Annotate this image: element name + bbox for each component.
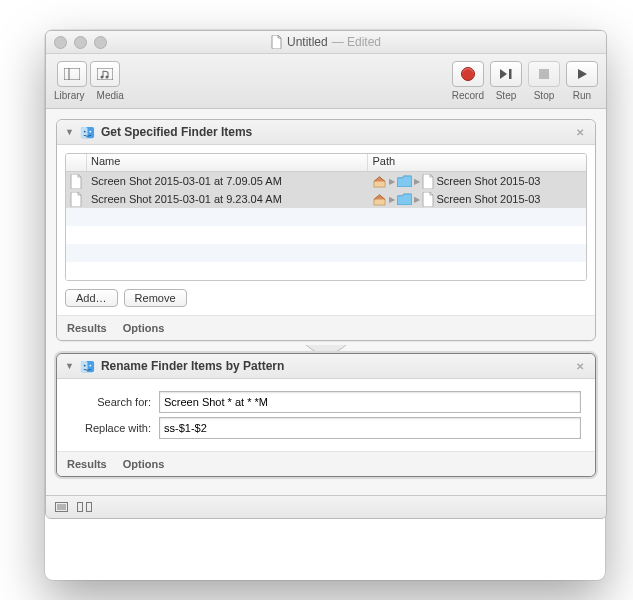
stop-button[interactable] (528, 61, 560, 87)
svg-rect-0 (64, 68, 80, 80)
results-tab[interactable]: Results (67, 458, 107, 470)
edited-label: — Edited (332, 35, 381, 49)
svg-point-14 (89, 364, 91, 366)
log-view-button[interactable] (54, 501, 69, 513)
library-label: Library (54, 90, 85, 101)
run-button[interactable] (566, 61, 598, 87)
table-row-empty (66, 244, 586, 262)
search-for-input[interactable] (159, 391, 581, 413)
folder-icon (397, 193, 412, 205)
svg-rect-6 (539, 69, 549, 79)
replace-with-input[interactable] (159, 417, 581, 439)
svg-point-4 (106, 76, 109, 79)
svg-point-13 (84, 364, 86, 366)
home-icon (372, 175, 387, 188)
svg-rect-20 (87, 503, 92, 512)
svg-rect-2 (97, 68, 113, 80)
col-path-header[interactable]: Path (368, 154, 586, 171)
finder-icon (80, 125, 95, 140)
col-name-header[interactable]: Name (87, 154, 368, 171)
stop-icon (538, 68, 550, 80)
table-row-empty (66, 226, 586, 244)
disclosure-triangle-icon[interactable]: ▼ (65, 361, 74, 371)
file-icon (422, 192, 435, 207)
finder-icon (80, 359, 95, 374)
workflow-view-button[interactable] (77, 501, 92, 513)
statusbar (46, 495, 606, 518)
step-icon (499, 68, 513, 80)
table-row[interactable]: Screen Shot 2015-03-01 at 9.23.04 AM▶▶ S… (66, 190, 586, 208)
col-icon-header[interactable] (66, 154, 87, 171)
add-button[interactable]: Add… (65, 289, 118, 307)
step-button[interactable] (490, 61, 522, 87)
file-path-cell: ▶▶ Screen Shot 2015-03 (368, 192, 586, 207)
table-row-empty (66, 262, 586, 280)
search-for-label: Search for: (71, 396, 151, 408)
step-label: Step (496, 90, 517, 101)
window-title: Untitled (287, 35, 328, 49)
svg-point-9 (84, 130, 86, 132)
file-name-cell: Screen Shot 2015-03-01 at 7.09.05 AM (87, 175, 368, 187)
toolbar: Library Media Record Step Stop Run (46, 54, 606, 109)
close-action-button[interactable]: ✕ (573, 359, 587, 373)
file-path-cell: ▶▶ Screen Shot 2015-03 (368, 174, 586, 189)
remove-button[interactable]: Remove (124, 289, 187, 307)
results-tab[interactable]: Results (67, 322, 107, 334)
folder-icon (397, 175, 412, 187)
automator-window: Untitled — Edited Library Media Record (45, 30, 607, 519)
table-row[interactable]: Screen Shot 2015-03-01 at 7.09.05 AM▶▶ S… (66, 172, 586, 190)
titlebar: Untitled — Edited (46, 31, 606, 54)
file-icon (70, 174, 83, 189)
action-title: Rename Finder Items by Pattern (101, 359, 284, 373)
play-icon (576, 68, 588, 80)
action-header[interactable]: ▼ Rename Finder Items by Pattern ✕ (57, 354, 595, 379)
traffic-close[interactable] (54, 36, 67, 49)
library-button[interactable] (57, 61, 87, 87)
replace-with-label: Replace with: (71, 422, 151, 434)
disclosure-triangle-icon[interactable]: ▼ (65, 127, 74, 137)
options-tab[interactable]: Options (123, 458, 165, 470)
svg-point-10 (89, 130, 91, 132)
svg-point-3 (101, 76, 104, 79)
record-button[interactable] (452, 61, 484, 87)
action-get-finder-items: ▼ Get Specified Finder Items ✕ Name Path… (56, 119, 596, 341)
home-icon (372, 193, 387, 206)
file-name-cell: Screen Shot 2015-03-01 at 9.23.04 AM (87, 193, 368, 205)
svg-rect-5 (509, 69, 512, 79)
action-title: Get Specified Finder Items (101, 125, 252, 139)
document-icon (271, 35, 283, 49)
media-label: Media (97, 90, 124, 101)
run-label: Run (573, 90, 591, 101)
record-label: Record (452, 90, 484, 101)
action-rename-by-pattern: ▼ Rename Finder Items by Pattern ✕ Searc… (56, 353, 596, 477)
table-row-empty (66, 208, 586, 226)
workflow-area: ▼ Get Specified Finder Items ✕ Name Path… (46, 109, 606, 495)
file-icon (422, 174, 435, 189)
finder-items-table: Name Path Screen Shot 2015-03-01 at 7.09… (65, 153, 587, 281)
action-header[interactable]: ▼ Get Specified Finder Items ✕ (57, 120, 595, 145)
svg-rect-19 (78, 503, 83, 512)
stop-label: Stop (534, 90, 555, 101)
media-button[interactable] (90, 61, 120, 87)
traffic-minimize[interactable] (74, 36, 87, 49)
file-icon (70, 192, 83, 207)
close-action-button[interactable]: ✕ (573, 125, 587, 139)
traffic-zoom[interactable] (94, 36, 107, 49)
record-icon (461, 67, 475, 81)
options-tab[interactable]: Options (123, 322, 165, 334)
